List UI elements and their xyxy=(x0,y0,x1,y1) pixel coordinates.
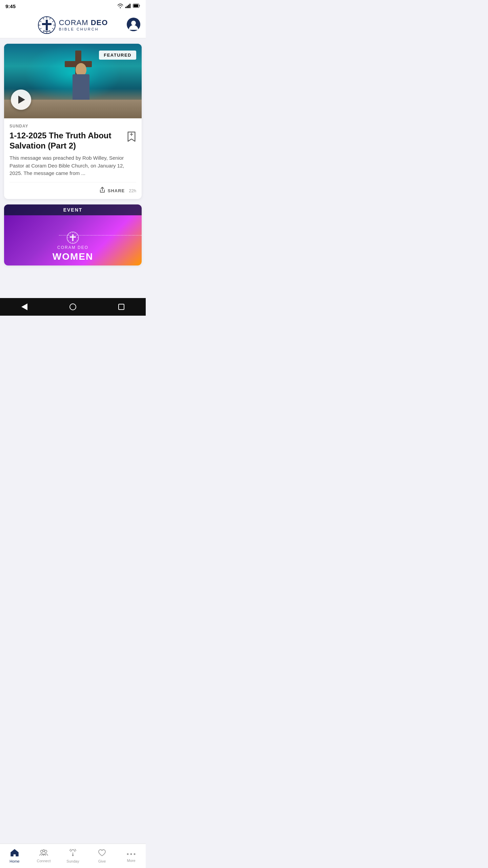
give-icon xyxy=(98,849,106,858)
svg-line-36 xyxy=(68,235,69,235)
nav-item-give[interactable]: Give xyxy=(87,844,117,868)
share-button[interactable]: SHARE xyxy=(99,186,125,195)
svg-line-27 xyxy=(75,233,76,234)
home-icon xyxy=(11,849,19,858)
battery-icon xyxy=(133,3,140,9)
logo-icon xyxy=(38,16,56,34)
share-label: SHARE xyxy=(108,188,125,193)
status-time: 9:45 xyxy=(5,3,16,9)
svg-rect-1 xyxy=(127,6,128,8)
event-coram-deo: CORAM DEO xyxy=(57,245,88,250)
svg-rect-5 xyxy=(134,4,138,7)
svg-line-17 xyxy=(40,21,41,22)
time-ago: 22h xyxy=(129,188,136,193)
event-women: WOMEN xyxy=(53,251,93,262)
recents-square-icon xyxy=(118,304,124,310)
svg-line-34 xyxy=(68,240,69,241)
status-icons xyxy=(117,3,140,9)
featured-badge: FEATURED xyxy=(99,51,136,60)
sermon-title: 1-12-2025 The Truth About Salvation (Par… xyxy=(9,131,124,151)
nav-item-sunday[interactable]: Sunday xyxy=(58,844,87,868)
system-nav-bar xyxy=(0,298,146,316)
nav-item-connect[interactable]: Connect xyxy=(29,844,58,868)
more-label: More xyxy=(127,859,135,863)
connect-label: Connect xyxy=(37,859,51,863)
sermon-description: This message was preached by Rob Willey,… xyxy=(9,154,136,177)
nav-item-more[interactable]: More xyxy=(117,844,146,868)
bookmark-button[interactable] xyxy=(127,131,136,143)
logo-brand-name: CORAM DEO xyxy=(59,19,108,26)
svg-rect-20 xyxy=(42,23,52,25)
svg-line-31 xyxy=(75,241,76,242)
play-button[interactable] xyxy=(11,90,31,110)
signal-icon xyxy=(125,3,131,9)
svg-line-33 xyxy=(70,241,71,242)
svg-line-15 xyxy=(40,28,41,29)
svg-line-30 xyxy=(77,240,77,241)
recents-button[interactable] xyxy=(117,302,126,312)
app-header: CORAM DEO BIBLE CHURCH xyxy=(0,12,146,38)
event-church-logo xyxy=(67,232,79,244)
svg-line-8 xyxy=(49,18,50,19)
play-icon xyxy=(18,96,25,104)
svg-point-46 xyxy=(134,853,136,855)
logo: CORAM DEO BIBLE CHURCH xyxy=(38,16,108,34)
back-button[interactable] xyxy=(20,302,29,312)
sunday-icon xyxy=(68,849,77,858)
wifi-icon xyxy=(117,3,123,9)
connect-icon xyxy=(39,849,48,857)
main-content: FEATURED SUNDAY 1-12-2025 The Truth Abou… xyxy=(0,44,146,298)
logo-subtext: BIBLE CHURCH xyxy=(59,27,108,31)
featured-sermon-card: FEATURED SUNDAY 1-12-2025 The Truth Abou… xyxy=(4,44,142,199)
home-button[interactable] xyxy=(68,302,78,312)
svg-point-45 xyxy=(130,853,132,855)
sunday-label: Sunday xyxy=(66,859,79,863)
more-icon xyxy=(127,850,136,857)
profile-button[interactable] xyxy=(127,18,140,33)
speaker-silhouette xyxy=(67,57,95,105)
svg-line-18 xyxy=(43,18,44,19)
sermon-actions: SHARE 22h xyxy=(9,182,136,195)
event-logo-area: CORAM DEO WOMEN xyxy=(53,232,93,262)
event-thumbnail: EVENT xyxy=(4,204,142,265)
back-icon xyxy=(21,303,27,310)
bottom-nav: Home Connect Sunday xyxy=(0,844,146,868)
svg-rect-39 xyxy=(70,236,76,238)
svg-rect-3 xyxy=(129,4,130,8)
video-thumbnail[interactable]: FEATURED xyxy=(4,44,142,118)
status-bar: 9:45 xyxy=(0,0,146,12)
home-circle-icon xyxy=(69,303,76,310)
svg-line-11 xyxy=(52,28,54,29)
give-label: Give xyxy=(98,859,106,863)
svg-line-37 xyxy=(70,233,71,234)
sermon-info: SUNDAY 1-12-2025 The Truth About Salvati… xyxy=(4,118,142,199)
svg-point-22 xyxy=(131,21,136,25)
svg-point-44 xyxy=(127,853,129,855)
logo-text: CORAM DEO BIBLE CHURCH xyxy=(59,19,108,31)
svg-rect-2 xyxy=(128,5,129,8)
nav-item-home[interactable]: Home xyxy=(0,844,29,868)
svg-point-43 xyxy=(73,855,74,856)
sermon-title-row: 1-12-2025 The Truth About Salvation (Par… xyxy=(9,131,136,151)
event-badge: EVENT xyxy=(4,204,142,215)
share-icon xyxy=(99,186,106,195)
home-label: Home xyxy=(9,859,19,863)
event-card[interactable]: EVENT xyxy=(4,204,142,265)
svg-line-28 xyxy=(77,235,77,235)
sermon-day: SUNDAY xyxy=(9,124,136,129)
svg-line-9 xyxy=(52,21,54,22)
svg-rect-0 xyxy=(125,7,126,8)
